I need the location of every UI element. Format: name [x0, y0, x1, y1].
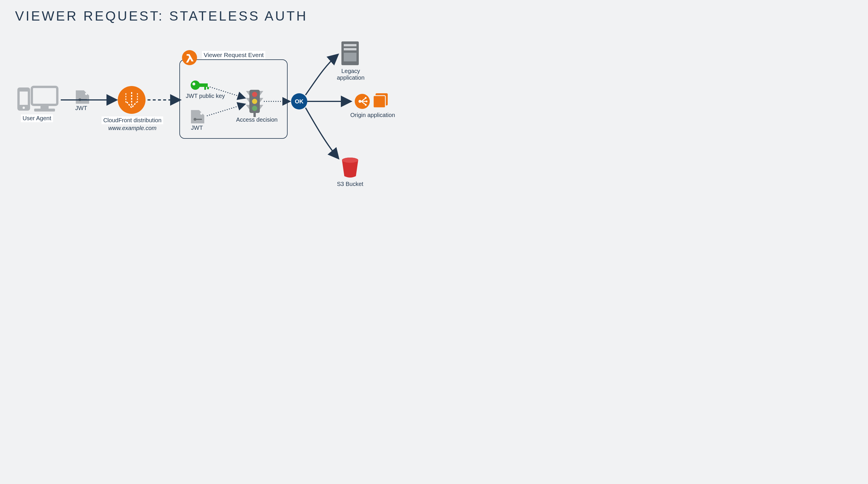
svg-rect-40	[373, 95, 385, 108]
ok-label: OK	[295, 98, 304, 105]
arrow-ok-s3	[306, 108, 338, 158]
s3-bucket-label: S3 Bucket	[335, 180, 365, 188]
jwt-tag-1-icon	[76, 90, 89, 104]
svg-point-42	[342, 158, 358, 163]
jwt-public-key-icon	[191, 81, 209, 90]
svg-point-9	[118, 86, 146, 114]
jwt-tag-1-label: JWT	[73, 104, 89, 112]
cloudfront-label: CloudFront distribution	[101, 116, 163, 124]
svg-point-15	[192, 83, 195, 85]
svg-point-36	[365, 97, 367, 99]
origin-app-label: Origin application	[349, 111, 397, 119]
s3-bucket-icon	[342, 158, 358, 177]
svg-point-25	[252, 106, 257, 111]
cloudfront-sublabel: www.example.com	[106, 124, 158, 132]
traffic-light-icon	[246, 90, 263, 117]
viewer-event-label: Viewer Request Event	[202, 51, 265, 59]
svg-rect-21	[196, 119, 202, 120]
jwt-public-key-label: JWT public key	[184, 92, 226, 100]
arrow-jwt-to-traffic	[207, 104, 245, 116]
svg-rect-18	[207, 87, 209, 89]
svg-rect-16	[199, 83, 208, 87]
jwt-tag-2-icon	[191, 110, 204, 123]
jwt-tag-2-label: JWT	[189, 124, 205, 132]
cloudfront-icon	[118, 86, 146, 114]
svg-rect-2	[34, 109, 55, 112]
svg-point-19	[200, 112, 203, 115]
user-agent-icon	[18, 87, 57, 112]
svg-point-37	[366, 101, 368, 102]
svg-point-5	[23, 107, 25, 109]
ok-badge: OK	[291, 93, 307, 110]
svg-point-38	[365, 104, 367, 106]
origin-app-icon	[355, 93, 388, 109]
legacy-app-label: Legacy application	[325, 67, 376, 82]
svg-rect-1	[40, 106, 49, 109]
svg-rect-17	[204, 87, 206, 90]
access-decision-label: Access decision	[235, 116, 279, 124]
user-agent-label: User Agent	[21, 114, 53, 122]
svg-rect-29	[344, 48, 356, 50]
svg-point-20	[193, 118, 196, 121]
svg-rect-0	[32, 87, 57, 105]
svg-point-6	[85, 93, 87, 95]
svg-point-14	[191, 81, 200, 90]
legacy-app-icon	[341, 41, 359, 65]
lambda-icon	[182, 50, 197, 65]
svg-rect-28	[344, 44, 356, 46]
svg-rect-30	[344, 53, 356, 61]
svg-point-24	[252, 99, 257, 104]
svg-point-32	[359, 100, 361, 103]
svg-rect-4	[20, 91, 28, 105]
svg-point-23	[252, 92, 257, 97]
